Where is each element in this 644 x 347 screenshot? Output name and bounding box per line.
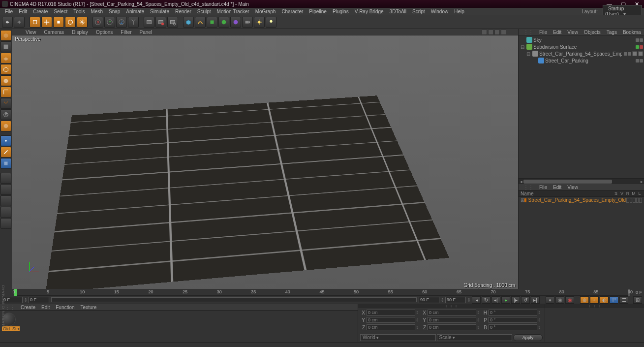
tl-current-field[interactable]: 0 F xyxy=(29,297,49,303)
render-pv-button[interactable] xyxy=(155,17,166,28)
yaxis-button[interactable]: Y xyxy=(104,17,115,28)
pos-y-field[interactable]: 0 cm xyxy=(367,317,415,323)
face-mode-button[interactable] xyxy=(0,158,11,169)
vp-nav2-icon[interactable] xyxy=(488,30,493,35)
spline-button[interactable] xyxy=(195,17,206,28)
tl-pos-button[interactable]: ⊕ xyxy=(580,296,589,304)
layermenu-file[interactable]: File xyxy=(536,185,550,190)
axis-button[interactable] xyxy=(0,87,11,97)
point-mode-button[interactable] xyxy=(0,135,11,146)
menu-snap[interactable]: Snap xyxy=(106,9,123,14)
pos-z-field[interactable]: 0 cm xyxy=(367,324,415,330)
vpmenu-cameras[interactable]: Cameras xyxy=(40,30,68,35)
rot-p-field[interactable]: 0 ° xyxy=(489,317,537,323)
vp-nav3-icon[interactable] xyxy=(494,30,500,35)
xtra5-button[interactable] xyxy=(0,218,11,229)
tl-gostart-button[interactable]: |◂ xyxy=(472,296,481,304)
matmenu-function[interactable]: Function xyxy=(53,305,77,310)
move-button[interactable] xyxy=(41,17,52,28)
menu-pipeline[interactable]: Pipeline xyxy=(306,9,330,14)
panel-grip[interactable]: ⋮⋮⋮ xyxy=(358,304,545,308)
om-hscrollbar[interactable]: ◂ ▸ xyxy=(519,178,644,184)
vp-nav1-icon[interactable] xyxy=(482,30,487,35)
redo-button[interactable] xyxy=(14,17,25,28)
tl-range-bar[interactable] xyxy=(51,297,417,302)
menu-tools[interactable]: Tools xyxy=(70,9,88,14)
objmenu-view[interactable]: View xyxy=(564,30,581,35)
tl-end-field[interactable]: 90 F xyxy=(445,297,466,303)
xtra3-button[interactable] xyxy=(0,195,11,206)
primitive-button[interactable] xyxy=(183,17,194,28)
tl-nextframe-button[interactable]: |▸ xyxy=(511,296,520,304)
layer-chk[interactable] xyxy=(630,198,633,203)
tl-keyobj-button[interactable]: ◉ xyxy=(565,296,574,304)
menu-script[interactable]: Script xyxy=(409,9,428,14)
tl-autokey-button[interactable]: ◉ xyxy=(555,296,564,304)
vpmenu-panel[interactable]: Panel xyxy=(136,30,156,35)
menu-select[interactable]: Select xyxy=(51,9,70,14)
tl-param-button[interactable]: P xyxy=(610,296,618,304)
menu-vraybridge[interactable]: V-Ray Bridge xyxy=(352,9,387,14)
vp-nav4-icon[interactable] xyxy=(501,30,506,35)
tl-record-button[interactable]: ● xyxy=(546,296,554,304)
menu-mograph[interactable]: MoGraph xyxy=(252,9,279,14)
layer-swatch-icon[interactable] xyxy=(524,198,526,202)
xtra2-button[interactable] xyxy=(0,184,11,195)
edge-mode-button[interactable] xyxy=(0,64,11,75)
scroll-right-icon[interactable]: ▸ xyxy=(639,179,644,184)
menu-character[interactable]: Character xyxy=(278,9,306,14)
vpmenu-view[interactable]: View xyxy=(22,30,40,35)
objmenu-file[interactable]: File xyxy=(536,30,550,35)
layer-chk[interactable] xyxy=(626,198,629,203)
menu-help[interactable]: Help xyxy=(451,9,467,14)
environment-button[interactable] xyxy=(230,17,241,28)
model-mode-button[interactable] xyxy=(0,30,11,41)
matmenu-create[interactable]: Create xyxy=(18,305,38,310)
render-view-button[interactable] xyxy=(144,17,154,28)
layermenu-view[interactable]: View xyxy=(564,185,581,190)
menu-sculpt[interactable]: Sculpt xyxy=(194,9,214,14)
layer-chk[interactable] xyxy=(633,198,636,203)
scale-button[interactable] xyxy=(53,17,64,28)
tl-pla-button[interactable]: ☰ xyxy=(619,296,628,304)
menu-motiontracker[interactable]: Motion Tracker xyxy=(214,9,252,14)
scroll-thumb[interactable] xyxy=(523,180,612,184)
menu-mesh[interactable]: Mesh xyxy=(88,9,106,14)
menu-plugins[interactable]: Plugins xyxy=(330,9,352,14)
poly-mode-button[interactable] xyxy=(0,75,11,86)
live-select-button[interactable] xyxy=(30,17,40,28)
undo-button[interactable] xyxy=(2,17,13,28)
scroll-left-icon[interactable]: ◂ xyxy=(519,179,523,184)
tweak-button[interactable] xyxy=(0,98,11,109)
object-tree[interactable]: Sky ⊟Subdivision Surface ⊟Street_Car_Par… xyxy=(519,35,644,178)
pos-x-field[interactable]: 0 cm xyxy=(367,310,415,315)
viewport-3d[interactable]: Perspective Grid Spacing : 1000 cm xyxy=(12,35,518,289)
menu-file[interactable]: File xyxy=(2,9,16,14)
extra-button[interactable] xyxy=(266,17,276,28)
objmenu-objects[interactable]: Objects xyxy=(581,30,604,35)
tl-prevkey-button[interactable]: ↻ xyxy=(482,296,491,304)
menu-3dtoall[interactable]: 3DToAll xyxy=(387,9,409,14)
tl-goend-button[interactable]: ▸| xyxy=(531,296,540,304)
menu-simulate[interactable]: Simulate xyxy=(147,9,172,14)
soft-button[interactable] xyxy=(0,121,11,131)
menu-animate[interactable]: Animate xyxy=(123,9,147,14)
deformer-button[interactable] xyxy=(218,17,229,28)
size-x-field[interactable]: 0 cm xyxy=(428,310,476,315)
tl-play-button[interactable]: ▸ xyxy=(501,296,510,304)
coord-mode-select[interactable]: Scale ▾ xyxy=(437,334,513,341)
light-button[interactable] xyxy=(254,17,265,28)
size-z-field[interactable]: 0 cm xyxy=(428,324,476,330)
rot-h-field[interactable]: 0 ° xyxy=(489,310,537,315)
tag-icon[interactable] xyxy=(632,51,637,56)
layer-row[interactable]: ⊞ Street_Car_Parking_54_Spaces_Empty_Old xyxy=(519,197,644,203)
vpmenu-options[interactable]: Options xyxy=(92,30,117,35)
matmenu-texture[interactable]: Texture xyxy=(78,305,100,310)
panel-grip[interactable]: ⋮⋮⋮ xyxy=(545,304,644,308)
texture-mode-button[interactable] xyxy=(0,41,11,52)
coord-sys-button[interactable] xyxy=(128,17,139,28)
layer-chk[interactable] xyxy=(639,198,642,203)
tag-icon[interactable] xyxy=(638,51,643,56)
tl-scale-button[interactable]: ▫ xyxy=(590,296,599,304)
objmenu-edit[interactable]: Edit xyxy=(550,30,564,35)
